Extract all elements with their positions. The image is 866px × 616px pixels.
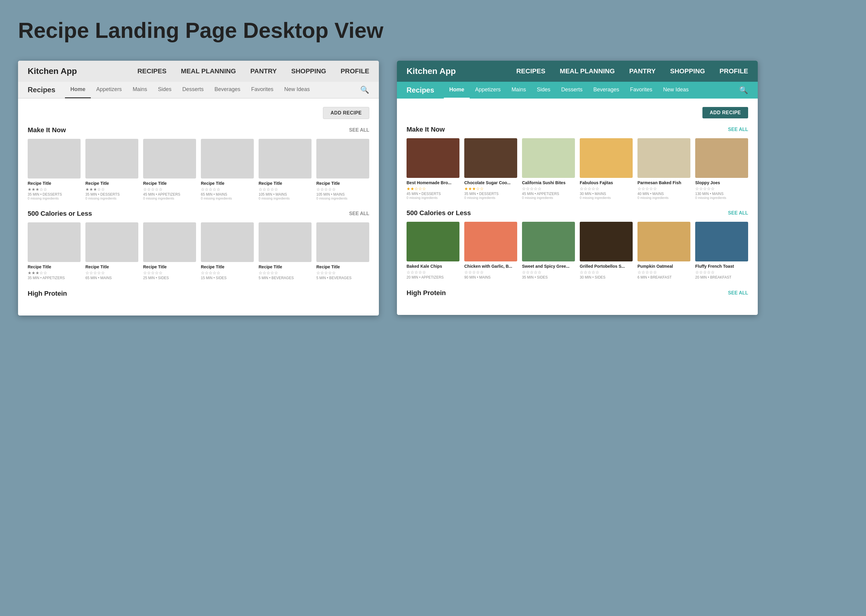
right-app-logo: Kitchen App	[406, 66, 456, 76]
left-cal-card-5[interactable]: Recipe Title☆☆☆☆☆5 MIN • BEVERAGES	[316, 222, 369, 280]
left-cal-card-0[interactable]: Recipe Title★★★☆☆35 MIN • APPETIZERS	[28, 222, 80, 280]
right-nav-meal-planning[interactable]: MEAL PLANNING	[560, 67, 615, 75]
left-sub-nav-left: Recipes Home Appetizers Mains Sides Dess…	[28, 82, 315, 98]
right-recipe-card-3[interactable]: Fabulous Fajitas☆☆☆☆☆30 MIN • MAINS0 mis…	[580, 138, 633, 200]
left-cal-card-4[interactable]: Recipe Title☆☆☆☆☆5 MIN • BEVERAGES	[258, 222, 312, 280]
left-recipe-card-0[interactable]: Recipe Title★★★☆☆35 MIN • DESSERTS0 miss…	[28, 139, 80, 200]
right-recipe-name-5: Sloppy Joes	[695, 180, 748, 185]
left-tab-desserts[interactable]: Desserts	[177, 82, 209, 98]
right-cal-card-4[interactable]: Pumpkin Oatmeal☆☆☆☆☆6 MIN • BREAKFAST	[638, 222, 690, 280]
right-recipe-card-5[interactable]: Sloppy Joes☆☆☆☆☆130 MIN • MAINS0 missing…	[695, 138, 748, 200]
left-cal-card-1[interactable]: Recipe Title☆☆☆☆☆65 MIN • MAINS	[85, 222, 138, 280]
right-cal-meta-3: 30 MIN • SIDES	[580, 275, 633, 280]
left-cal-stars-3: ☆☆☆☆☆	[201, 270, 254, 275]
left-recipe-meta-5: 105 MIN • MAINS	[316, 192, 369, 196]
right-nav-shopping[interactable]: SHOPPING	[670, 67, 705, 75]
left-cal-name-3: Recipe Title	[201, 264, 254, 269]
right-cal-img-0	[406, 222, 460, 261]
left-recipe-card-5[interactable]: Recipe Title☆☆☆☆☆105 MIN • MAINS0 missin…	[316, 139, 369, 200]
right-tab-sides[interactable]: Sides	[531, 82, 556, 99]
left-recipe-meta-2: 45 MIN • APPETIZERS	[143, 192, 196, 196]
left-content-area: ADD RECIPE Make It Now SEE ALL Recipe Ti…	[18, 99, 379, 316]
right-cal-card-3[interactable]: Grilled Portobellos S...☆☆☆☆☆30 MIN • SI…	[580, 222, 633, 280]
right-cal-card-1[interactable]: Chicken with Garlic, B...☆☆☆☆☆90 MIN • M…	[464, 222, 517, 280]
left-500cal-header: 500 Calories or Less SEE ALL	[28, 210, 369, 218]
left-recipe-missing-0: 0 missing ingredients	[28, 196, 80, 200]
left-recipe-missing-5: 0 missing ingredients	[316, 196, 369, 200]
left-recipe-img-2	[143, 139, 196, 179]
left-nav-recipes[interactable]: RECIPES	[137, 67, 167, 75]
left-500cal-title: 500 Calories or Less	[28, 210, 92, 218]
left-nav-meal-planning[interactable]: MEAL PLANNING	[181, 67, 236, 75]
left-cal-name-1: Recipe Title	[85, 264, 138, 269]
right-cal-card-2[interactable]: Sweet and Spicy Gree...☆☆☆☆☆35 MIN • SID…	[522, 222, 575, 280]
left-cal-card-2[interactable]: Recipe Title☆☆☆☆☆25 MIN • SIDES	[143, 222, 196, 280]
right-recipe-name-3: Fabulous Fajitas	[580, 180, 633, 185]
left-cal-meta-4: 5 MIN • BEVERAGES	[258, 276, 312, 280]
left-recipe-stars-5: ☆☆☆☆☆	[316, 187, 369, 192]
left-recipe-name-0: Recipe Title	[28, 181, 80, 186]
right-cal-name-1: Chicken with Garlic, B...	[464, 264, 517, 269]
right-recipe-meta-4: 40 MIN • MAINS	[638, 192, 690, 196]
left-sub-nav-title: Recipes	[28, 86, 55, 94]
left-tab-favorites[interactable]: Favorites	[246, 82, 279, 98]
right-cal-img-4	[638, 222, 690, 261]
right-tab-beverages[interactable]: Beverages	[588, 82, 625, 99]
right-make-it-now-grid: Best Homemade Bro...★★☆☆☆45 MIN • DESSER…	[406, 138, 748, 200]
right-tab-mains[interactable]: Mains	[506, 82, 531, 99]
left-nav-profile[interactable]: PROFILE	[341, 67, 369, 75]
right-nav-links: RECIPES MEAL PLANNING PANTRY SHOPPING PR…	[516, 67, 748, 75]
left-tab-appetizers[interactable]: Appetizers	[91, 82, 127, 98]
right-cal-stars-2: ☆☆☆☆☆	[522, 270, 575, 275]
right-cal-card-0[interactable]: Baked Kale Chips☆☆☆☆☆20 MIN • APPETIZERS	[406, 222, 460, 280]
left-recipe-card-2[interactable]: Recipe Title☆☆☆☆☆45 MIN • APPETIZERS0 mi…	[143, 139, 196, 200]
left-high-protein-title: High Protein	[28, 290, 67, 297]
right-nav-profile[interactable]: PROFILE	[720, 67, 748, 75]
left-cal-card-3[interactable]: Recipe Title☆☆☆☆☆15 MIN • SIDES	[201, 222, 254, 280]
right-tab-favorites[interactable]: Favorites	[625, 82, 658, 99]
left-cal-img-1	[85, 222, 138, 262]
right-sub-nav-left: Recipes Home Appetizers Mains Sides Dess…	[406, 82, 694, 99]
right-tab-new-ideas[interactable]: New Ideas	[658, 82, 694, 99]
right-nav-recipes[interactable]: RECIPES	[516, 67, 545, 75]
right-recipe-card-2[interactable]: California Sushi Bites☆☆☆☆☆45 MIN • APPE…	[522, 138, 575, 200]
left-search-button[interactable]: 🔍	[360, 86, 369, 94]
right-tab-list: Home Appetizers Mains Sides Desserts Bev…	[444, 82, 694, 99]
left-nav-shopping[interactable]: SHOPPING	[291, 67, 326, 75]
right-make-it-now-section: Make It Now SEE ALL Best Homemade Bro...…	[406, 126, 748, 200]
left-tab-list: Home Appetizers Mains Sides Desserts Bev…	[65, 82, 315, 98]
left-tab-new-ideas[interactable]: New Ideas	[279, 82, 315, 98]
right-search-button[interactable]: 🔍	[739, 86, 748, 94]
right-high-protein-see-all[interactable]: SEE ALL	[728, 290, 748, 296]
right-recipe-missing-0: 0 missing ingredients	[406, 196, 460, 200]
right-make-it-now-see-all[interactable]: SEE ALL	[728, 127, 748, 132]
left-recipe-card-4[interactable]: Recipe Title☆☆☆☆☆105 MIN • MAINS0 missin…	[258, 139, 312, 200]
right-recipe-card-0[interactable]: Best Homemade Bro...★★☆☆☆45 MIN • DESSER…	[406, 138, 460, 200]
right-recipe-card-1[interactable]: Chocolate Sugar Coo...★★★☆☆35 MIN • DESS…	[464, 138, 517, 200]
left-tab-home[interactable]: Home	[65, 82, 91, 98]
left-recipe-img-3	[201, 139, 254, 179]
right-recipe-meta-3: 30 MIN • MAINS	[580, 192, 633, 196]
left-tab-mains[interactable]: Mains	[127, 82, 153, 98]
right-tab-home[interactable]: Home	[444, 82, 470, 99]
left-recipe-card-1[interactable]: Recipe Title★★★☆☆35 MIN • DESSERTS0 miss…	[85, 139, 138, 200]
right-500cal-see-all[interactable]: SEE ALL	[728, 211, 748, 216]
left-tab-beverages[interactable]: Beverages	[209, 82, 246, 98]
left-tab-sides[interactable]: Sides	[153, 82, 177, 98]
right-tab-desserts[interactable]: Desserts	[556, 82, 588, 99]
right-nav-pantry[interactable]: PANTRY	[629, 67, 656, 75]
right-recipe-missing-2: 0 missing ingredients	[522, 196, 575, 200]
left-make-it-now-see-all[interactable]: SEE ALL	[349, 127, 369, 133]
left-cal-img-0	[28, 222, 80, 262]
left-nav-pantry[interactable]: PANTRY	[250, 67, 277, 75]
left-add-recipe-button[interactable]: ADD RECIPE	[323, 107, 369, 119]
left-500cal-see-all[interactable]: SEE ALL	[349, 211, 369, 216]
right-recipe-card-4[interactable]: Parmesan Baked Fish☆☆☆☆☆40 MIN • MAINS0 …	[638, 138, 690, 200]
left-screen: Kitchen App RECIPES MEAL PLANNING PANTRY…	[18, 61, 379, 316]
right-tab-appetizers[interactable]: Appetizers	[470, 82, 506, 99]
right-cal-card-5[interactable]: Fluffy French Toast☆☆☆☆☆20 MIN • BREAKFA…	[695, 222, 748, 280]
left-recipe-card-3[interactable]: Recipe Title☆☆☆☆☆65 MIN • MAINS0 missing…	[201, 139, 254, 200]
left-cal-name-4: Recipe Title	[258, 264, 312, 269]
right-recipe-meta-1: 35 MIN • DESSERTS	[464, 192, 517, 196]
right-add-recipe-button[interactable]: ADD RECIPE	[702, 107, 748, 118]
